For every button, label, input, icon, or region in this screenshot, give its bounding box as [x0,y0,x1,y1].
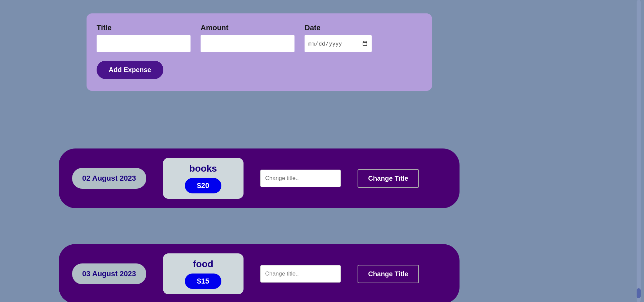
title-card: books $20 [163,158,244,199]
title-card: food $15 [163,253,244,294]
change-title-input[interactable] [260,170,341,187]
expense-item: 03 August 2023 food $15 Change Title [59,244,460,302]
add-expense-form: Title Amount Date Add Expense [87,13,432,91]
change-title-button[interactable]: Change Title [358,265,419,283]
date-input[interactable] [305,35,372,52]
change-title-button[interactable]: Change Title [358,169,419,188]
expense-item: 02 August 2023 books $20 Change Title [59,148,460,208]
date-field: Date [305,23,372,52]
date-badge: 03 August 2023 [72,263,146,284]
title-label: Title [97,23,191,32]
expense-amount: $20 [185,178,221,193]
amount-input[interactable] [201,35,294,52]
scrollbar-thumb[interactable] [637,288,641,298]
title-field: Title [97,23,191,52]
amount-label: Amount [201,23,294,32]
expense-date: 03 August 2023 [82,269,136,278]
expense-date: 02 August 2023 [82,174,136,182]
expense-title: books [189,163,217,174]
date-label: Date [305,23,372,32]
expense-title: food [193,259,213,269]
expense-amount: $15 [185,274,221,289]
title-input[interactable] [97,35,191,52]
change-title-input[interactable] [260,265,341,283]
add-expense-button[interactable]: Add Expense [97,61,163,79]
amount-field: Amount [201,23,294,52]
scrollbar-track [637,0,641,302]
date-badge: 02 August 2023 [72,168,146,189]
